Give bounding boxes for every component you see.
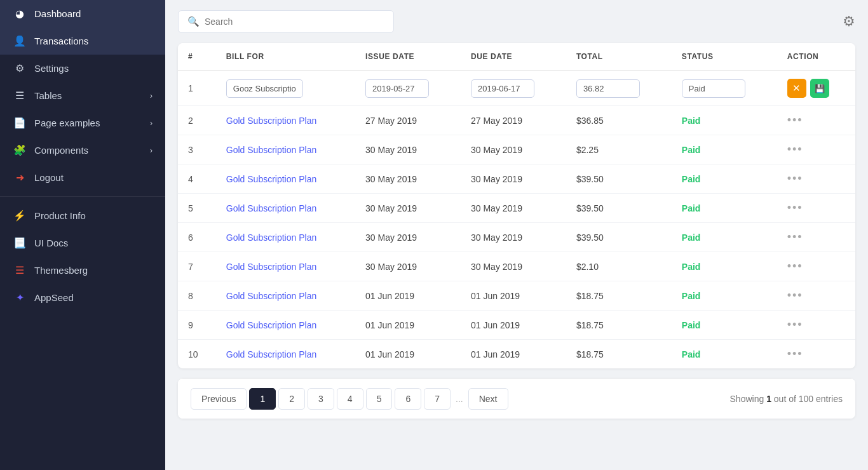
row-due-date: 01 Jun 2019 [461,340,566,369]
row-total: $2.10 [566,252,672,281]
page-button-4[interactable]: 4 [337,388,363,410]
sidebar-item-transactions[interactable]: 👤 Transactions [0,27,165,55]
save-edit-button[interactable]: 💾 [810,79,829,98]
sidebar-item-tables[interactable]: ☰ Tables › [0,82,165,109]
row-issue-date: 01 Jun 2019 [355,281,461,311]
col-num: # [178,43,216,70]
table-icon: ☰ [13,90,27,102]
row-status: Paid [672,281,777,311]
sidebar: ◕ Dashboard 👤 Transactions ⚙ Settings ☰ … [0,0,165,470]
row-total: $39.50 [566,164,672,194]
sidebar-item-label: Page examples [34,117,100,128]
row-action: ✕ 💾 [777,70,855,106]
sidebar-item-components[interactable]: 🧩 Components › [0,137,165,164]
pie-chart-icon: ◕ [13,8,27,20]
sidebar-item-themesberg[interactable]: ☰ Themesberg [0,257,165,284]
row-action: ••• [777,194,855,223]
row-due-date: 2019-06-17 [461,70,566,106]
editable-due-date[interactable]: 2019-06-17 [471,79,534,98]
table-row: 10 Gold Subscription Plan 01 Jun 2019 01… [178,340,855,369]
pagination-card: Previous 1 2 3 4 5 6 7 ... Next Showing … [178,379,855,419]
page-button-6[interactable]: 6 [395,388,421,410]
row-num: 7 [178,252,216,281]
transactions-table: # BILL FOR ISSUE DATE DUE DATE TOTAL STA… [178,43,855,368]
sidebar-item-appseed[interactable]: ✦ AppSeed [0,284,165,311]
row-status: Paid [672,252,777,281]
row-bill-for: Gold Subscription Plan [216,135,355,164]
pagination-bar: Previous 1 2 3 4 5 6 7 ... Next Showing … [178,379,855,419]
row-status: Paid [672,223,777,252]
sidebar-item-label: UI Docs [34,238,68,248]
action-dots[interactable]: ••• [787,143,803,156]
row-status: Paid [672,70,777,106]
table-body: 1 Gooz Subscriptio 2019-05-27 2019-06-17… [178,70,855,368]
book-icon: 📃 [13,237,27,249]
row-due-date: 30 May 2019 [461,194,566,223]
file-icon: 📄 [13,117,27,129]
main-content: 🔍 ⚙ # BILL FOR ISSUE DATE DUE DATE TOTAL… [165,0,868,470]
action-dots[interactable]: ••• [787,260,803,272]
page-button-1[interactable]: 1 [249,388,276,410]
page-button-2[interactable]: 2 [278,388,305,410]
sidebar-item-label: Product Info [34,210,86,221]
sidebar-item-settings[interactable]: ⚙ Settings [0,55,165,82]
row-issue-date: 30 May 2019 [355,252,461,281]
previous-button[interactable]: Previous [191,388,247,410]
col-bill-for: BILL FOR [216,43,355,70]
row-bill-for: Gold Subscription Plan [216,252,355,281]
sidebar-divider [0,196,165,197]
row-num: 4 [178,164,216,194]
sidebar-item-page-examples[interactable]: 📄 Page examples › [0,109,165,137]
editable-status[interactable]: Paid [682,79,745,98]
row-total: $39.50 [566,223,672,252]
search-input[interactable] [205,17,384,27]
row-num: 2 [178,106,216,135]
row-action: ••• [777,223,855,252]
chevron-right-icon: › [150,119,153,128]
sidebar-item-dashboard[interactable]: ◕ Dashboard [0,0,165,27]
action-dots[interactable]: ••• [787,231,803,243]
seedling-icon: ✦ [13,292,27,304]
chevron-right-icon: › [150,146,153,155]
page-button-5[interactable]: 5 [366,388,393,410]
search-box[interactable]: 🔍 [178,10,394,33]
row-status: Paid [672,164,777,194]
editable-issue-date[interactable]: 2019-05-27 [365,79,429,98]
editable-bill-for[interactable]: Gooz Subscriptio [226,79,303,98]
row-issue-date: 30 May 2019 [355,135,461,164]
row-bill-for: Gold Subscription Plan [216,106,355,135]
action-dots[interactable]: ••• [787,318,803,331]
row-action: ••• [777,311,855,340]
row-status: Paid [672,340,777,369]
action-dots[interactable]: ••• [787,347,803,360]
row-num: 3 [178,135,216,164]
search-icon: 🔍 [187,16,200,27]
row-bill-for: Gold Subscription Plan [216,311,355,340]
pagination-ellipsis: ... [453,389,466,409]
sidebar-item-logout[interactable]: ➜ Logout [0,164,165,191]
action-dots[interactable]: ••• [787,114,803,126]
row-action: ••• [777,164,855,194]
editable-total[interactable]: 36.82 [576,79,640,98]
row-bill-for: Gold Subscription Plan [216,340,355,369]
page-button-3[interactable]: 3 [308,388,334,410]
action-dots[interactable]: ••• [787,289,803,302]
row-num: 9 [178,311,216,340]
row-bill-for: Gold Subscription Plan [216,164,355,194]
cancel-edit-button[interactable]: ✕ [787,79,806,98]
page-button-7[interactable]: 7 [424,388,451,410]
sidebar-item-label: Tables [34,90,62,101]
next-button[interactable]: Next [468,388,508,410]
row-issue-date: 30 May 2019 [355,223,461,252]
col-status: STATUS [672,43,777,70]
row-num: 6 [178,223,216,252]
settings-gear-button[interactable]: ⚙ [843,13,855,30]
table-header-row: # BILL FOR ISSUE DATE DUE DATE TOTAL STA… [178,43,855,70]
table-row: 3 Gold Subscription Plan 30 May 2019 30 … [178,135,855,164]
chevron-right-icon: › [150,91,153,100]
action-dots[interactable]: ••• [787,201,803,214]
sidebar-item-product-info[interactable]: ⚡ Product Info [0,202,165,229]
sidebar-item-ui-docs[interactable]: 📃 UI Docs [0,229,165,257]
row-issue-date: 01 Jun 2019 [355,340,461,369]
action-dots[interactable]: ••• [787,172,803,185]
